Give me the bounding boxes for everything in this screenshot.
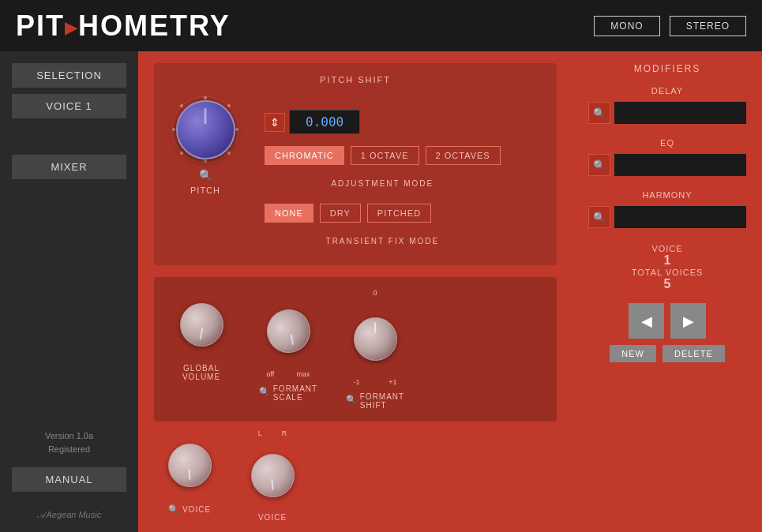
pitch-search-icon: 🔍	[199, 169, 212, 182]
bottom-section: GLOBAL VOLUME off max 🔍	[154, 277, 557, 421]
new-button[interactable]: NEW	[610, 345, 656, 362]
one-octave-button[interactable]: 1 OCTAVE	[351, 146, 419, 165]
adjustment-mode-label: ADJUSTMENT MODE	[265, 179, 501, 188]
svg-point-8	[180, 104, 183, 107]
harmony-field[interactable]	[614, 206, 746, 228]
harmony-search-button[interactable]: 🔍	[588, 206, 610, 228]
formant-shift-range-labels: -1 +1	[354, 378, 397, 386]
dry-button[interactable]: DRY	[320, 204, 361, 223]
max-label: max	[296, 370, 310, 378]
sidebar-selection-button[interactable]: SELECTION	[12, 63, 126, 88]
title-suffix: HOMETRY	[78, 9, 231, 42]
two-octaves-button[interactable]: 2 OCTAVES	[426, 146, 501, 165]
right-panel: MODIFIERS DELAY 🔍 EQ 🔍	[572, 51, 762, 532]
svg-point-6	[180, 152, 183, 155]
sidebar-manual-button[interactable]: MANUAL	[12, 467, 126, 492]
total-voices-label: TOTAL VOICES	[588, 268, 746, 277]
delay-label: DELAY	[588, 86, 746, 96]
delay-field[interactable]	[614, 102, 746, 124]
app-container: PIT▶HOMETRY MONO STEREO SELECTION VOICE …	[0, 0, 762, 532]
lr-knob[interactable]	[251, 454, 295, 497]
registered-text: Registered	[45, 443, 93, 457]
neg1-label: -1	[354, 378, 360, 386]
delete-button[interactable]: DELETE	[663, 345, 725, 362]
transient-fix-label: TRANSIENT FIX MODE	[265, 237, 501, 245]
lr-knob-container: L R VOICE	[237, 429, 308, 522]
sidebar-mixer-button[interactable]: MIXER	[12, 155, 126, 179]
svg-point-4	[227, 152, 231, 155]
svg-point-7	[172, 128, 175, 131]
svg-point-5	[204, 159, 207, 163]
formant-shift-search-icon: 🔍	[346, 395, 357, 405]
prev-button[interactable]: ◀	[629, 303, 664, 339]
title-play-icon: ▶	[65, 19, 78, 36]
pitch-knob-label: PITCH	[190, 185, 220, 195]
adjustment-mode-buttons: NONE DRY PITCHED	[265, 204, 501, 223]
none-button[interactable]: NONE	[265, 204, 313, 223]
stereo-button[interactable]: STEREO	[670, 16, 746, 36]
l-label: L	[258, 429, 262, 437]
voice-label: VOICE	[182, 505, 211, 514]
voice-knob[interactable]	[168, 444, 212, 487]
delay-input-row: 🔍	[588, 102, 746, 124]
pitch-value-row: ⇕ 0.000	[265, 110, 501, 134]
delay-search-button[interactable]: 🔍	[588, 102, 610, 124]
pitched-button[interactable]: PITCHED	[367, 204, 431, 223]
tuning-mode-buttons: CHROMATIC 1 OCTAVE 2 OCTAVES	[265, 146, 501, 165]
bottom-row: 🔍 VOICE L R VOICE	[154, 429, 557, 522]
r-label: R	[282, 429, 287, 437]
formant-shift-range-top: 0	[373, 289, 377, 297]
formant-scale-container: off max 🔍 FORMANT SCALE	[253, 289, 324, 402]
title-prefix: PIT	[16, 9, 65, 42]
svg-point-3	[235, 128, 238, 131]
chromatic-button[interactable]: CHROMATIC	[265, 146, 344, 165]
global-vol-knob-wrapper	[166, 289, 237, 360]
modifiers-title: MODIFIERS	[588, 63, 746, 74]
lr-knob-wrapper	[237, 440, 308, 511]
voice-knob-container: 🔍 VOICE	[154, 429, 225, 522]
pitch-section: PITCH SHIFT	[154, 63, 557, 265]
center-panel: PITCH SHIFT	[138, 51, 572, 532]
off-label: off	[267, 370, 275, 378]
version-text: Version 1.0a	[45, 429, 93, 444]
global-volume-container: GLOBAL VOLUME	[166, 289, 237, 381]
eq-section: EQ 🔍	[588, 138, 746, 176]
header-bar: PIT▶HOMETRY MONO STEREO	[0, 0, 762, 51]
total-voices-number: 5	[588, 277, 746, 291]
lr-label: L R	[258, 429, 287, 437]
lr-voice-label: VOICE	[258, 513, 287, 522]
pitch-section-title: PITCH SHIFT	[170, 75, 541, 84]
action-buttons: NEW DELETE	[588, 345, 746, 362]
sidebar-version: Version 1.0a Registered	[45, 429, 93, 457]
sidebar-logo: 𝒜 Aegean Music	[37, 510, 101, 520]
voice-knob-wrapper	[154, 429, 225, 500]
voice-info-section: VOICE 1 TOTAL VOICES 5	[588, 244, 746, 291]
pitch-value-display: 0.000	[289, 110, 360, 134]
eq-field[interactable]	[614, 154, 746, 176]
pitch-knob-container: 🔍 PITCH	[170, 94, 241, 195]
formant-shift-knob-wrapper	[340, 303, 411, 374]
pitch-knob[interactable]	[176, 100, 235, 159]
pitch-top: 🔍 PITCH ⇕ 0.000 CHROMATIC	[170, 94, 541, 249]
formant-shift-knob[interactable]	[354, 317, 397, 361]
formant-shift-label: FORMANT SHIFT	[360, 392, 404, 410]
formant-scale-label: FORMANT SCALE	[273, 384, 317, 402]
svg-point-2	[227, 104, 231, 107]
eq-label: EQ	[588, 138, 746, 148]
main-content: PITCH SHIFT	[138, 51, 762, 532]
global-volume-label: GLOBAL VOLUME	[182, 364, 220, 381]
mono-button[interactable]: MONO	[594, 16, 659, 36]
eq-input-row: 🔍	[588, 154, 746, 176]
sidebar-voice1-button[interactable]: VOICE 1	[12, 94, 126, 118]
pitch-value-arrows[interactable]: ⇕	[265, 113, 285, 132]
formant-scale-range-labels: off max	[267, 370, 310, 378]
formant-scale-search-icon: 🔍	[259, 387, 270, 397]
next-button[interactable]: ▶	[670, 303, 706, 339]
voice-info-number: 1	[588, 253, 746, 268]
eq-search-button[interactable]: 🔍	[588, 154, 610, 176]
nav-buttons: ◀ ▶	[588, 303, 746, 339]
svg-point-1	[204, 96, 207, 99]
global-volume-knob[interactable]	[180, 303, 223, 347]
pitch-knob-wrapper	[170, 94, 241, 165]
formant-scale-knob[interactable]	[261, 303, 316, 358]
